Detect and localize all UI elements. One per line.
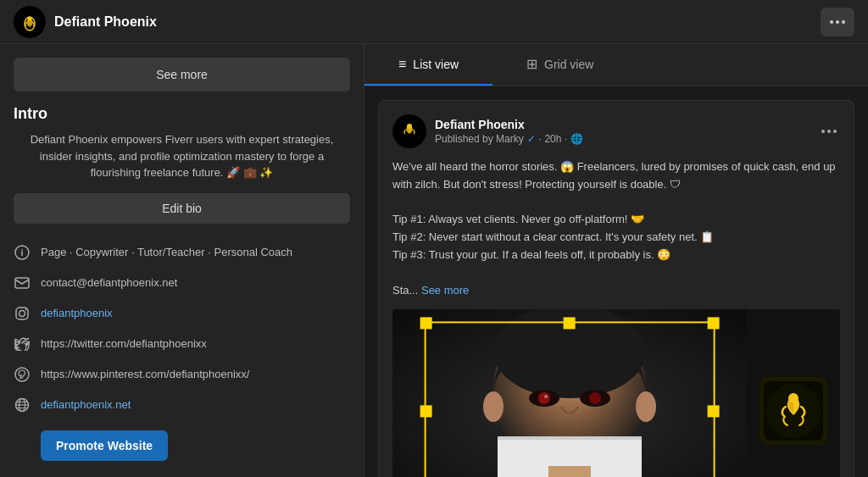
intro-title: Intro [14, 105, 350, 123]
svg-point-9 [15, 368, 29, 381]
post-body: We've all heard the horror stories. 😱 Fr… [392, 158, 840, 299]
post-avatar-icon [397, 119, 422, 144]
svg-rect-29 [548, 466, 591, 477]
grid-view-icon: ⊞ [526, 56, 537, 72]
pinterest-icon [14, 366, 31, 383]
instagram-link[interactable]: defiantphoenix [41, 307, 113, 319]
info-item-pinterest: https://www.pinterest.com/defiantphoenix… [14, 359, 350, 390]
email-icon [14, 275, 31, 291]
post-globe-icon: 🌐 [570, 133, 583, 145]
tab-grid-view[interactable]: ⊞ Grid view [492, 44, 627, 86]
svg-point-16 [407, 124, 412, 129]
more-options-button[interactable] [821, 8, 854, 36]
svg-point-28 [636, 391, 656, 422]
svg-point-22 [538, 392, 550, 404]
post-tip-2: Tip #2: Never start without a clear cont… [392, 229, 840, 247]
pinterest-text: https://www.pinterest.com/defiantphoenix… [41, 368, 249, 380]
instagram-icon [14, 305, 31, 322]
page-title: Defiant Phoenix [54, 14, 157, 30]
svg-rect-26 [498, 436, 642, 440]
svg-point-2 [28, 16, 32, 20]
post-face-image [392, 309, 747, 477]
info-item-email: contact@defiantphoenix.net [14, 268, 350, 298]
twitter-text: https://twitter.com/defiantphoenixx [41, 337, 207, 350]
tab-list-view[interactable]: ≡ List view [364, 44, 492, 86]
post-see-more-link[interactable]: See more [421, 284, 469, 297]
right-panel: ≡ List view ⊞ Grid view [364, 44, 868, 477]
logo-thumbnail-circle [760, 377, 827, 445]
svg-point-7 [19, 310, 25, 316]
topbar: Defiant Phoenix [0, 0, 868, 44]
tab-grid-view-label: Grid view [544, 58, 593, 71]
main-layout: See more Intro Defiant Phoenix empowers … [0, 44, 868, 477]
svg-point-23 [589, 392, 601, 404]
post-time: · 20h · [539, 133, 567, 145]
twitter-icon [14, 336, 31, 352]
info-item-twitter: https://twitter.com/defiantphoenixx [14, 329, 350, 359]
promote-website-button[interactable]: Promote Website [41, 430, 168, 461]
post-verified-icon: ✓ [527, 133, 536, 145]
post-author-info: Defiant Phoenix Published by Marky ✓ · 2… [435, 118, 583, 145]
post-header: Defiant Phoenix Published by Marky ✓ · 2… [392, 114, 840, 148]
website-globe-icon [14, 397, 31, 413]
svg-point-8 [25, 308, 27, 310]
svg-point-24 [544, 395, 548, 398]
info-icon: i [14, 244, 31, 261]
info-item-website: defiantphoenix.net [14, 390, 350, 420]
svg-point-32 [788, 393, 798, 403]
email-text: contact@defiantphoenix.net [41, 276, 177, 289]
logo-thumbnail-icon [764, 381, 823, 441]
post-meta: Published by Marky ✓ · 20h · 🌐 [435, 133, 583, 145]
tabs-bar: ≡ List view ⊞ Grid view [364, 44, 868, 86]
intro-text: Defiant Phoenix empowers Fiverr users wi… [14, 131, 350, 181]
post-avatar [392, 114, 426, 148]
info-item-page-type: i Page · Copywriter · Tutor/Teacher · Pe… [14, 237, 350, 268]
intro-section: Intro Defiant Phoenix empowers Fiverr us… [14, 105, 350, 224]
phoenix-logo-icon [18, 10, 42, 34]
post-author-name: Defiant Phoenix [435, 118, 583, 131]
edit-bio-button[interactable]: Edit bio [14, 193, 350, 224]
post-more-button[interactable] [818, 126, 840, 136]
info-item-instagram: defiantphoenix [14, 298, 350, 329]
post-line-1: We've all heard the horror stories. 😱 Fr… [392, 158, 840, 194]
topbar-logo [14, 6, 46, 38]
svg-rect-5 [15, 278, 29, 288]
page-type-text: Page · Copywriter · Tutor/Teacher · Pers… [41, 246, 292, 258]
post-card: Defiant Phoenix Published by Marky ✓ · 2… [378, 100, 854, 477]
list-view-icon: ≡ [398, 57, 406, 72]
svg-point-27 [483, 391, 504, 422]
post-image-area [392, 309, 840, 477]
svg-text:i: i [20, 247, 23, 258]
left-panel: See more Intro Defiant Phoenix empowers … [0, 44, 364, 477]
website-link[interactable]: defiantphoenix.net [41, 398, 131, 411]
post-tip-3: Tip #3: Trust your gut. If a deal feels … [392, 247, 840, 264]
post-published-by: Published by Marky [435, 133, 524, 145]
post-logo-thumbnail [747, 309, 840, 477]
post-main-image [392, 309, 747, 477]
post-tip-1: Tip #1: Always vet clients. Never go off… [392, 211, 840, 229]
see-more-button[interactable]: See more [14, 58, 350, 92]
tab-list-view-label: List view [413, 58, 459, 71]
post-see-more-prefix: Sta... [392, 284, 421, 297]
